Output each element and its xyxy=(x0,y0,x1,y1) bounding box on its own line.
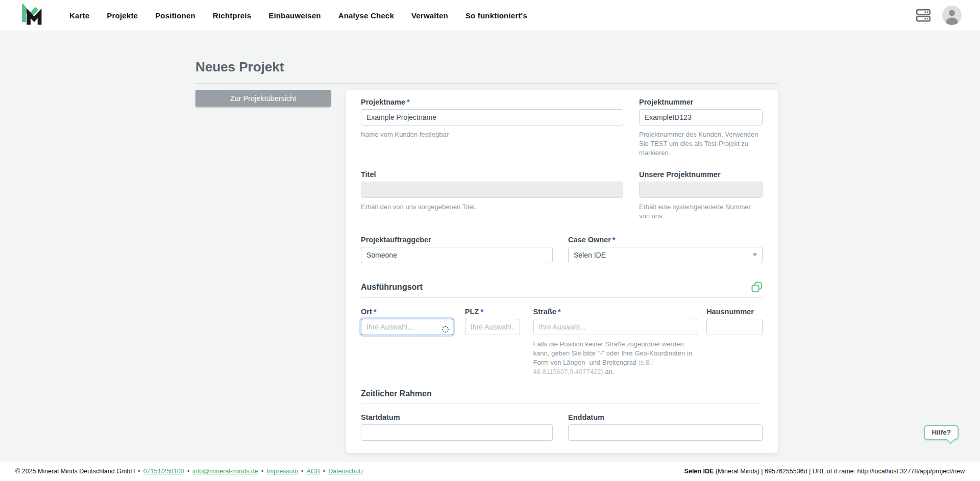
field-ort: Ort* xyxy=(361,307,453,335)
ort-label: Ort* xyxy=(361,307,453,316)
footer-separator: • xyxy=(261,468,263,475)
hausnummer-input[interactable] xyxy=(706,319,763,335)
project-form-card: Projektname* Name vom Kunden festlegbar … xyxy=(346,90,778,453)
footer-user-name: Selen IDE xyxy=(684,468,714,475)
startdatum-label: Startdatum xyxy=(361,413,553,422)
projektnummer-label: Projektnummer xyxy=(639,97,763,107)
ort-input[interactable] xyxy=(361,319,453,335)
field-case-owner: Case Owner* Selen IDE xyxy=(568,235,763,263)
section-divider xyxy=(361,403,763,403)
strasse-helper: Falls die Position keiner Straße zugeord… xyxy=(533,340,698,376)
nav-right-group xyxy=(916,6,962,25)
required-marker: * xyxy=(558,308,561,316)
top-navbar: Karte Projekte Positionen Richtpreis Ein… xyxy=(0,0,980,31)
footer-left: © 2025 Mineral Minds Deutschland GmbH • … xyxy=(15,468,364,475)
field-titel: Titel Erhält den von uns vorgegebenen Ti… xyxy=(361,170,623,212)
field-startdatum: Startdatum xyxy=(361,413,553,441)
zur-projektuebersicht-button[interactable]: Zur Projektübersicht xyxy=(195,90,331,107)
footer-separator: • xyxy=(323,468,325,475)
title-divider xyxy=(195,83,778,84)
field-strasse: Straße* Falls die Position keiner Straße… xyxy=(533,307,698,376)
field-projektnummer: Projektnummer Projektnummer des Kunden. … xyxy=(639,97,763,158)
titel-helper: Erhält den von uns vorgegebenen Titel. xyxy=(361,202,623,212)
projektname-label: Projektname* xyxy=(361,97,623,107)
mineral-minds-logo[interactable] xyxy=(20,3,45,28)
person-icon xyxy=(942,6,962,25)
startdatum-input[interactable] xyxy=(361,424,553,441)
chevron-down-icon xyxy=(753,254,757,256)
footer-separator: • xyxy=(187,468,189,475)
nav-item-positionen[interactable]: Positionen xyxy=(155,11,195,20)
required-marker: * xyxy=(612,236,616,244)
titel-input xyxy=(361,182,623,198)
enddatum-label: Enddatum xyxy=(568,413,763,422)
field-enddatum: Enddatum xyxy=(568,413,763,441)
required-marker: * xyxy=(374,308,377,316)
projektnummer-helper: Projektnummer des Kunden. Verwenden Sie … xyxy=(639,130,763,158)
footer-link-agb[interactable]: AGB xyxy=(306,468,320,475)
plz-label: PLZ* xyxy=(465,307,520,316)
projektauftraggeber-input[interactable] xyxy=(361,247,553,263)
nav-item-analyse-check[interactable]: Analyse Check xyxy=(338,11,394,20)
footer: © 2025 Mineral Minds Deutschland GmbH • … xyxy=(0,462,980,481)
enddatum-input[interactable] xyxy=(568,424,763,441)
titel-label: Titel xyxy=(361,170,623,179)
hausnummer-label: Hausnummer xyxy=(706,307,763,316)
footer-link-impressum[interactable]: Impressum xyxy=(266,468,298,475)
field-projektname: Projektname* Name vom Kunden festlegbar xyxy=(361,97,623,139)
footer-separator: • xyxy=(301,468,303,475)
field-projektauftraggeber: Projektauftraggeber xyxy=(361,235,553,263)
footer-link-datenschutz[interactable]: Datenschutz xyxy=(328,468,363,475)
help-bubble-label: Hilfe? xyxy=(932,428,951,436)
footer-link-email[interactable]: info@mineral-minds.de xyxy=(192,468,258,475)
footer-copyright: © 2025 Mineral Minds Deutschland GmbH xyxy=(15,468,135,475)
loading-spinner-icon xyxy=(442,326,449,333)
unsere-projektnummer-label: Unsere Projektnummer xyxy=(639,170,763,179)
case-owner-select[interactable]: Selen IDE xyxy=(568,247,763,263)
field-hausnummer: Hausnummer xyxy=(706,307,763,335)
main-nav: Karte Projekte Positionen Richtpreis Ein… xyxy=(69,11,916,20)
footer-session-info: Selen IDE (Mineral Minds) | 69576255536d… xyxy=(684,468,965,475)
case-owner-selected-value: Selen IDE xyxy=(574,251,606,259)
nav-item-projekte[interactable]: Projekte xyxy=(107,11,138,20)
section-title-zeitlicher-rahmen: Zeitlicher Rahmen xyxy=(361,389,432,398)
field-unsere-projektnummer: Unsere Projektnummer Erhält eine systemg… xyxy=(639,170,763,221)
footer-separator: • xyxy=(138,468,140,475)
required-marker: * xyxy=(407,98,410,106)
copy-icon[interactable] xyxy=(751,282,763,293)
field-plz: PLZ* xyxy=(465,307,520,335)
nav-item-verwalten[interactable]: Verwalten xyxy=(411,11,448,20)
logo-icon xyxy=(20,4,44,27)
projektname-input[interactable] xyxy=(361,109,623,125)
server-stack-icon[interactable] xyxy=(916,8,931,23)
section-title-ausfuehrungsort: Ausführungsort xyxy=(361,283,423,292)
plz-input[interactable] xyxy=(465,319,520,335)
user-avatar[interactable] xyxy=(942,6,962,25)
footer-link-phone[interactable]: 07151/250100 xyxy=(143,468,184,475)
strasse-label: Straße* xyxy=(533,307,698,316)
unsere-projektnummer-helper: Erhält eine systemgenerierte Nummer von … xyxy=(639,202,763,221)
unsere-projektnummer-input xyxy=(639,182,763,198)
case-owner-label: Case Owner* xyxy=(568,235,763,244)
page-content: Neues Projekt Zur Projektübersicht Proje… xyxy=(0,31,980,462)
page-title: Neues Projekt xyxy=(195,59,778,75)
nav-item-so-funktionierts[interactable]: So funktioniert's xyxy=(465,11,527,20)
required-marker: * xyxy=(480,308,483,316)
nav-item-richtpreis[interactable]: Richtpreis xyxy=(213,11,251,20)
projektauftraggeber-label: Projektauftraggeber xyxy=(361,235,553,244)
projektname-helper: Name vom Kunden festlegbar xyxy=(361,130,623,139)
nav-item-einbauweisen[interactable]: Einbauweisen xyxy=(268,11,321,20)
projektnummer-input[interactable] xyxy=(639,109,763,125)
nav-item-karte[interactable]: Karte xyxy=(69,11,89,20)
footer-session-details: (Mineral Minds) | 69576255536d | URL of … xyxy=(714,468,965,475)
section-divider xyxy=(361,297,763,298)
strasse-input[interactable] xyxy=(533,319,698,335)
help-bubble[interactable]: Hilfe? xyxy=(924,425,959,440)
